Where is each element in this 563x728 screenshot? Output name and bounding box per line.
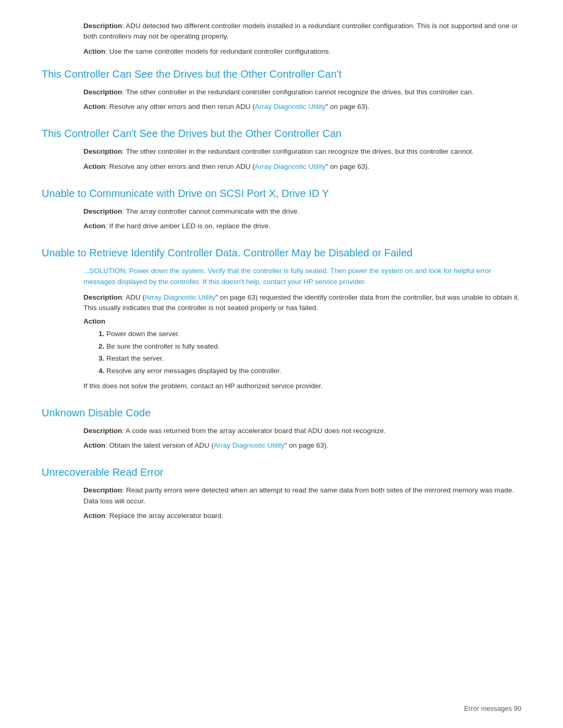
section-3-description: Description: The array controller cannot… bbox=[83, 206, 521, 217]
intro-block: Description: ADU detected two different … bbox=[83, 21, 521, 57]
footer-text: Error messages 90 bbox=[464, 705, 521, 712]
section-5-action: Action: Obtain the latest version of ADU… bbox=[83, 440, 521, 451]
page-footer: Error messages 90 bbox=[464, 705, 521, 712]
section-1-desc-text: : The other controller in the redundant … bbox=[122, 88, 473, 96]
section-5-action-link[interactable]: Array Diagnostic Utility bbox=[214, 441, 285, 449]
section-1-title: This Controller Can See the Drives but t… bbox=[42, 67, 521, 81]
section-2-body: Description: The other controller in the… bbox=[83, 146, 521, 172]
section-2-action: Action: Resolve any other errors and the… bbox=[83, 162, 521, 172]
section-6-action: Action: Replace the array accelerator bo… bbox=[83, 511, 521, 521]
section-unknown-disable-code: Unknown Disable Code Description: A code… bbox=[42, 406, 521, 451]
intro-action-label: Action bbox=[83, 47, 105, 55]
section-3-action: Action: If the hard drive amber LED is o… bbox=[83, 221, 521, 231]
section-4-body: ...SOLUTION: Power down the system. Veri… bbox=[83, 266, 521, 391]
section-1-body: Description: The other controller in the… bbox=[83, 87, 521, 113]
section-6-body: Description: Read parity errors were det… bbox=[83, 485, 521, 521]
section-3-action-label: Action bbox=[83, 222, 105, 230]
section-2-action-link[interactable]: Array Diagnostic Utility bbox=[255, 163, 326, 170]
section-5-action-after: " on page 63). bbox=[285, 441, 328, 449]
section-6-title: Unrecoverable Read Error bbox=[42, 465, 521, 479]
section-3-body: Description: The array controller cannot… bbox=[83, 206, 521, 232]
section-unable-communicate: Unable to Communicate with Drive on SCSI… bbox=[42, 187, 521, 232]
section-1-description: Description: The other controller in the… bbox=[83, 87, 521, 97]
intro-desc-text: : ADU detected two different controller … bbox=[83, 22, 518, 40]
section-3-action-text: : If the hard drive amber LED is on, rep… bbox=[105, 222, 271, 230]
section-1-action-after: " on page 63). bbox=[325, 103, 369, 110]
section-5-action-before: : Obtain the latest version of ADU ( bbox=[105, 441, 214, 449]
section-5-title: Unknown Disable Code bbox=[42, 406, 521, 419]
section-6-desc-label: Description bbox=[83, 486, 122, 494]
intro-action-text: : Use the same controller models for red… bbox=[105, 47, 331, 55]
section-3-desc-text: : The array controller cannot communicat… bbox=[122, 207, 299, 215]
section-4-description: Description: ADU (Array Diagnostic Utili… bbox=[83, 292, 521, 314]
section-1-action-before: : Resolve any other errors and then reru… bbox=[105, 103, 255, 110]
intro-description: Description: ADU detected two different … bbox=[83, 21, 521, 42]
list-item: Power down the server. bbox=[106, 328, 521, 340]
section-unrecoverable-read-error: Unrecoverable Read Error Description: Re… bbox=[42, 465, 521, 521]
intro-desc-label: Description bbox=[83, 22, 122, 30]
section-6-action-text: : Replace the array accelerator board. bbox=[105, 512, 224, 520]
intro-action: Action: Use the same controller models f… bbox=[83, 46, 521, 57]
section-4-desc-before: : ADU ( bbox=[122, 293, 145, 301]
section-this-controller-cant-see: This Controller Can't See the Drives but… bbox=[42, 127, 521, 172]
list-item: Restart the server. bbox=[106, 353, 521, 364]
section-2-description: Description: The other controller in the… bbox=[83, 146, 521, 157]
section-2-desc-text: : The other controller in the redundant … bbox=[122, 147, 473, 155]
section-2-desc-label: Description bbox=[83, 147, 122, 155]
section-5-desc-text: : A code was returned from the array acc… bbox=[122, 427, 386, 435]
section-4-action-list: Power down the server. Be sure the contr… bbox=[94, 328, 521, 376]
section-2-title: This Controller Can't See the Drives but… bbox=[42, 127, 521, 140]
section-2-action-label: Action bbox=[83, 163, 105, 170]
section-1-action-label: Action bbox=[83, 103, 105, 110]
list-item: Be sure the controller is fully seated. bbox=[106, 341, 521, 352]
section-5-action-label: Action bbox=[83, 441, 105, 449]
section-5-body: Description: A code was returned from th… bbox=[83, 426, 521, 451]
section-2-action-after: " on page 63). bbox=[325, 163, 369, 170]
section-4-solution: ...SOLUTION: Power down the system. Veri… bbox=[83, 266, 521, 287]
section-5-desc-label: Description bbox=[83, 427, 122, 435]
section-2-action-before: : Resolve any other errors and then reru… bbox=[105, 163, 255, 170]
section-4-action-heading: Action bbox=[83, 317, 521, 325]
section-this-controller-can-see: This Controller Can See the Drives but t… bbox=[42, 67, 521, 113]
section-5-description: Description: A code was returned from th… bbox=[83, 426, 521, 436]
section-1-desc-label: Description bbox=[83, 88, 122, 96]
section-1-action-link[interactable]: Array Diagnostic Utility bbox=[255, 103, 326, 110]
section-4-title: Unable to Retrieve Identify Controller D… bbox=[42, 246, 521, 260]
page-content: Description: ADU detected two different … bbox=[0, 0, 563, 577]
section-3-desc-label: Description bbox=[83, 207, 122, 215]
list-item: Resolve any error messages displayed by … bbox=[106, 365, 521, 377]
section-4-followup: If this does not solve the problem, cont… bbox=[83, 381, 521, 391]
section-1-action: Action: Resolve any other errors and the… bbox=[83, 102, 521, 112]
section-3-title: Unable to Communicate with Drive on SCSI… bbox=[42, 187, 521, 200]
section-4-desc-label: Description bbox=[83, 293, 122, 301]
section-6-desc-text: : Read parity errors were detected when … bbox=[83, 486, 514, 504]
section-unable-retrieve: Unable to Retrieve Identify Controller D… bbox=[42, 246, 521, 391]
section-4-desc-link[interactable]: Array Diagnostic Utility bbox=[145, 293, 216, 301]
section-6-description: Description: Read parity errors were det… bbox=[83, 485, 521, 507]
section-6-action-label: Action bbox=[83, 512, 105, 520]
